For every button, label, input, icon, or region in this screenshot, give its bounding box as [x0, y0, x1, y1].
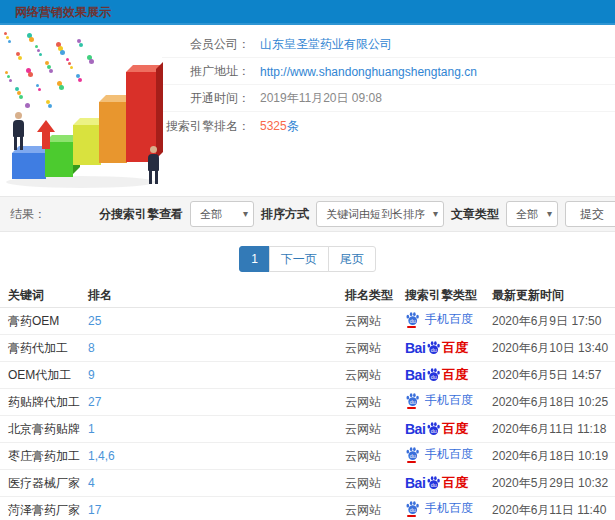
confetti-dot [28, 72, 33, 77]
baidu-paw-icon: du [405, 500, 420, 517]
header-engine-type: 搜索引擎类型 [405, 287, 492, 304]
confetti-dot [49, 69, 53, 73]
thinking-man-figure [148, 146, 159, 184]
table-row: 北京膏药贴牌 1 云网站 du Bai [0, 416, 615, 443]
update-time-cell: 2020年6月11日 11:40 [492, 502, 615, 519]
member-info: 会员公司： 山东皇圣堂药业有限公司 推广地址： http://www.shand… [162, 30, 615, 190]
keyword-cell: 药贴牌代加工 [8, 394, 88, 411]
engine-cell: du 手机百度 du [405, 500, 492, 520]
rank-link[interactable]: 25 [88, 314, 345, 328]
confetti-dot [38, 88, 41, 91]
keyword-cell: 医疗器械厂家 [8, 475, 88, 492]
page-button-1[interactable]: 1 [239, 246, 270, 272]
baidu-logo[interactable]: Bai du 百度 [405, 420, 468, 438]
mobile-baidu-badge[interactable]: du 手机百度 [405, 311, 473, 328]
engine-filter-select[interactable]: 全部 [190, 201, 254, 227]
update-time-cell: 2020年6月10日 13:40 [492, 340, 615, 357]
baidu-logo-bai: Bai [405, 421, 425, 437]
table-row: 枣庄膏药加工 1,4,6 云网站 du 手机百度 [0, 443, 615, 470]
confetti-dot [5, 71, 8, 74]
keyword-cell: OEM代加工 [8, 367, 88, 384]
rank-link[interactable]: 9 [88, 368, 345, 382]
table-row: 药贴牌代加工 27 云网站 du 手机百度 [0, 389, 615, 416]
svg-text:du: du [431, 427, 437, 433]
sort-filter-select[interactable]: 关键词由短到长排序 [316, 201, 444, 227]
article-type-label: 文章类型 [451, 206, 499, 223]
last-page-button[interactable]: 尾页 [328, 246, 376, 272]
rank-count-label: 搜索引擎排名： [162, 118, 250, 135]
baidu-logo[interactable]: Bai du 百度 [405, 474, 468, 492]
rank-count-unit: 条 [287, 119, 299, 133]
confetti-dot [29, 37, 34, 42]
mobile-baidu-label: 手机百度 [425, 311, 473, 328]
update-time-cell: 2020年6月18日 10:25 [492, 394, 615, 411]
rank-type-cell: 云网站 [345, 394, 405, 411]
table-row: OEM代加工 9 云网站 du Bai [0, 362, 615, 389]
engine-cell: du Bai du 百度 [405, 420, 492, 438]
confetti-dot [68, 62, 71, 65]
bar-2 [73, 125, 101, 165]
mobile-baidu-badge[interactable]: du 手机百度 [405, 392, 473, 409]
engine-cell: du Bai du 百度 [405, 474, 492, 492]
update-time-cell: 2020年6月5日 14:57 [492, 367, 615, 384]
summary-section: 会员公司： 山东皇圣堂药业有限公司 推广地址： http://www.shand… [0, 30, 615, 190]
confetti-dot [70, 66, 73, 69]
pagination: 1 下一页 尾页 [0, 246, 615, 272]
rank-link[interactable]: 8 [88, 341, 345, 355]
company-link[interactable]: 山东皇圣堂药业有限公司 [260, 37, 392, 51]
table-body: 膏药OEM 25 云网站 du 手机百度 [0, 308, 615, 520]
header-rank-type: 排名类型 [345, 287, 405, 304]
article-type-select[interactable]: 全部 [506, 201, 558, 227]
mobile-baidu-label: 手机百度 [425, 446, 473, 463]
baidu-paw-icon: du [426, 421, 441, 438]
keyword-cell: 北京膏药贴牌 [8, 421, 88, 438]
baidu-logo[interactable]: Bai du 百度 [405, 366, 468, 384]
mobile-baidu-badge[interactable]: du 手机百度 [405, 446, 473, 463]
baidu-logo[interactable]: Bai du 百度 [405, 339, 468, 357]
baidu-logo-bai: Bai [405, 475, 425, 491]
update-time-cell: 2020年6月9日 17:50 [492, 313, 615, 330]
confetti-dot [39, 53, 42, 56]
header-update-time: 最新更新时间 [492, 287, 615, 304]
baidu-logo-bai: Bai [405, 340, 425, 356]
confetti-dot [18, 56, 22, 60]
baidu-paw-icon: du [405, 446, 420, 463]
rank-link[interactable]: 4 [88, 476, 345, 490]
next-page-button[interactable]: 下一页 [269, 246, 329, 272]
baidu-logo-cn: 百度 [442, 420, 468, 438]
promo-url-label: 推广地址： [162, 63, 250, 80]
rank-type-cell: 云网站 [345, 313, 405, 330]
svg-text:du: du [410, 318, 416, 324]
baidu-logo-cn: 百度 [442, 339, 468, 357]
info-row-company: 会员公司： 山东皇圣堂药业有限公司 [162, 32, 615, 58]
rank-link[interactable]: 1,4,6 [88, 449, 345, 463]
submit-button[interactable]: 提交 [565, 201, 615, 227]
confetti-dot [37, 49, 40, 52]
baidu-logo-bai: Bai [405, 367, 425, 383]
filter-bar: 结果： 分搜索引擎查看 全部 排序方式 关键词由短到长排序 文章类型 全部 提交 [0, 196, 615, 232]
update-time-cell: 2020年5月29日 10:32 [492, 475, 615, 492]
confetti-dot [36, 84, 39, 87]
update-time-cell: 2020年6月18日 10:19 [492, 448, 615, 465]
engine-filter-label: 分搜索引擎查看 [99, 206, 183, 223]
keyword-cell: 菏泽膏药厂家 [8, 502, 88, 519]
mobile-baidu-label: 手机百度 [425, 392, 473, 409]
header-rank: 排名 [88, 287, 345, 304]
rank-link[interactable]: 1 [88, 422, 345, 436]
svg-text:du: du [410, 507, 416, 513]
svg-text:du: du [431, 346, 437, 352]
rank-link[interactable]: 27 [88, 395, 345, 409]
info-row-open-time: 开通时间： 2019年11月20日 09:08 [162, 86, 615, 112]
header-keyword: 关键词 [8, 287, 88, 304]
svg-text:du: du [431, 373, 437, 379]
open-time-value: 2019年11月20日 09:08 [260, 90, 382, 107]
promo-url-link[interactable]: http://www.shandonghuangshengtang.cn [260, 65, 477, 79]
bar-3 [99, 102, 127, 163]
rank-type-cell: 云网站 [345, 367, 405, 384]
rank-link[interactable]: 17 [88, 503, 345, 517]
mobile-baidu-badge[interactable]: du 手机百度 [405, 500, 473, 517]
open-time-label: 开通时间： [162, 90, 250, 107]
company-label: 会员公司： [162, 36, 250, 53]
engine-cell: du Bai du 百度 [405, 366, 492, 384]
baidu-logo-cn: 百度 [442, 474, 468, 492]
